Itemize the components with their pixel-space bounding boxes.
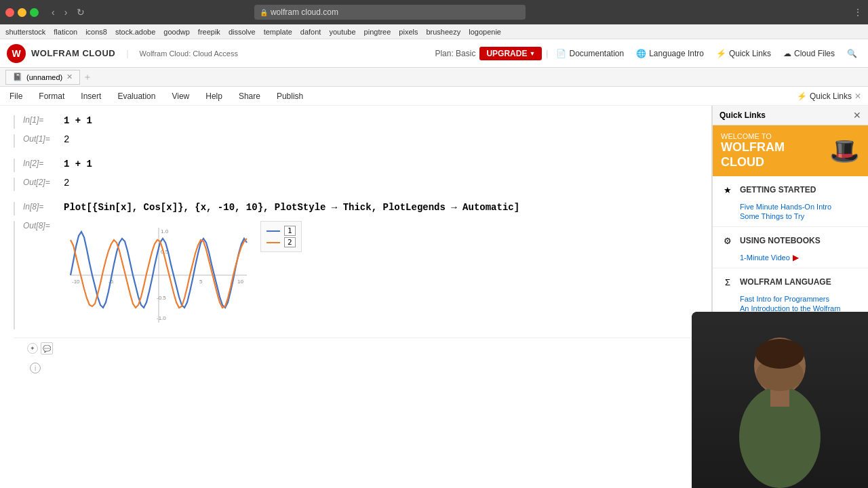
doc-icon: 📄 xyxy=(556,49,566,58)
bookmark-pixels[interactable]: pixels xyxy=(399,28,418,36)
quick-links-panel-button[interactable]: ⚡ Quick Links ✕ xyxy=(797,92,861,101)
notebook-tab[interactable]: 📓 (unnamed) ✕ xyxy=(5,70,80,85)
bookmark-pingtree[interactable]: pingtree xyxy=(364,28,391,36)
menu-publish[interactable]: Publish xyxy=(274,89,306,104)
fast-intro-link[interactable]: Fast Intro for Programmers xyxy=(740,294,861,304)
upgrade-button[interactable]: UPGRADE xyxy=(479,47,542,60)
wolfram-logo-area: W WOLFRAM CLOUD xyxy=(7,44,115,63)
getting-started-header: ★ GETTING STARTED xyxy=(719,182,861,198)
in-content-2[interactable]: 1 + 1 xyxy=(64,159,698,169)
menu-file[interactable]: File xyxy=(7,89,25,104)
language-icon: 🌐 xyxy=(636,49,646,58)
bookmark-dissolve[interactable]: dissolve xyxy=(229,28,256,36)
back-button[interactable]: ‹ xyxy=(48,5,58,19)
play-icon: ▶ xyxy=(793,253,799,262)
one-minute-video-link[interactable]: 1-Minute Video xyxy=(740,253,790,262)
wolfram-language-header: Σ WOLFRAM LANGUAGE xyxy=(719,274,861,290)
cell-bracket-out-8 xyxy=(14,221,16,329)
in-content-8[interactable]: Plot[{Sin[x], Cos[x]}, {x, -10, 10}, Plo… xyxy=(64,202,698,213)
tab-close-icon[interactable]: ✕ xyxy=(66,73,73,81)
browser-navigation: ‹ › ↻ xyxy=(48,5,88,19)
browser-actions: ⋮ xyxy=(853,7,863,18)
out-label-8: Out[8]= xyxy=(23,221,64,230)
bookmark-freepik[interactable]: freepik xyxy=(198,28,220,36)
plan-badge: Plan: Basic UPGRADE | 📄 Documentation 🌐 … xyxy=(435,46,861,61)
bookmark-shutterstock[interactable]: shutterstock xyxy=(5,28,45,36)
toolbar-divider-1: | xyxy=(126,48,128,58)
presenter-bg xyxy=(692,312,868,488)
cell-group-1: In[1]= 1 + 1 Out[1]= 2 xyxy=(14,113,698,150)
refresh-button[interactable]: ↻ xyxy=(73,5,88,19)
close-quick-links-button[interactable]: ✕ xyxy=(853,110,861,121)
quick-links-panel-label: Quick Links xyxy=(810,92,852,101)
out-content-2: 2 xyxy=(64,178,698,188)
plot-wrap: -10 -5 5 10 1.0 0.5 -0.5 -1.0 xyxy=(64,221,698,329)
cloud-access-label: Wolfram Cloud: Cloud Access xyxy=(140,49,238,58)
input-cell-area: i xyxy=(14,359,698,386)
browser-menu-button[interactable]: ⋮ xyxy=(853,7,863,18)
bookmark-stock-adobe[interactable]: stock.adobe xyxy=(115,28,155,36)
in-label-8: In[8]= xyxy=(23,202,64,211)
quick-links-toolbar-button[interactable]: ⚡ Quick Links xyxy=(712,46,775,61)
bookmark-icons8[interactable]: icons8 xyxy=(85,28,107,36)
menu-insert[interactable]: Insert xyxy=(78,89,104,104)
presenter-video xyxy=(692,312,868,488)
search-icon: 🔍 xyxy=(847,49,857,58)
welcome-banner: WELCOME TO WOLFRAM CLOUD 🎩 xyxy=(713,125,868,176)
bottom-cell-bar: + 💬 xyxy=(14,338,698,359)
menu-view[interactable]: View xyxy=(169,89,192,104)
bookmark-goodwp[interactable]: goodwp xyxy=(163,28,190,36)
five-minute-intro-link[interactable]: Five Minute Hands-On Intro xyxy=(740,202,861,211)
bookmark-youtube[interactable]: youtube xyxy=(329,28,355,36)
language-intro-label: Language Intro xyxy=(649,49,704,58)
language-intro-button[interactable]: 🌐 Language Intro xyxy=(632,46,708,61)
out-label-1: Out[1]= xyxy=(23,134,64,144)
close-window-button[interactable] xyxy=(5,8,14,17)
cloud-files-button[interactable]: ☁ Cloud Files xyxy=(779,46,839,61)
cell-comment-button[interactable]: 💬 xyxy=(41,342,53,354)
one-minute-video-row: 1-Minute Video ▶ xyxy=(740,253,861,262)
welcome-line1: WELCOME TO xyxy=(721,132,829,140)
cloud-files-label: Cloud Files xyxy=(794,49,835,58)
quick-links-title: Quick Links xyxy=(719,110,766,120)
person-silhouette xyxy=(712,325,848,488)
legend-label-2: 2 xyxy=(284,237,296,247)
wolfram-brand-label: WOLFRAM CLOUD xyxy=(31,48,115,58)
in-content-1[interactable]: 1 + 1 xyxy=(64,115,698,126)
menu-help[interactable]: Help xyxy=(203,89,225,104)
cell-bracket-out-1 xyxy=(14,134,16,148)
wolfram-language-title: WOLFRAM LANGUAGE xyxy=(740,277,831,287)
menu-evaluation[interactable]: Evaluation xyxy=(115,89,158,104)
bookmark-flaticon[interactable]: flaticon xyxy=(54,28,77,36)
plan-label: Plan: Basic xyxy=(435,49,475,58)
notebook-icon: 📓 xyxy=(13,73,22,81)
browser-chrome: ‹ › ↻ 🔒 wolfram cloud.com ⋮ xyxy=(0,0,868,24)
bookmark-brusheezy[interactable]: brusheezy xyxy=(426,28,460,36)
out-content-1: 2 xyxy=(64,134,698,145)
svg-text:-1.0: -1.0 xyxy=(157,315,166,321)
legend-line-sin xyxy=(267,230,280,232)
cell-group-2: In[2]= 1 + 1 Out[2]= 2 xyxy=(14,156,698,194)
search-button[interactable]: 🔍 xyxy=(843,46,861,61)
welcome-text: WELCOME TO WOLFRAM CLOUD xyxy=(721,132,829,169)
wolfram-language-icon: Σ xyxy=(719,274,736,290)
forward-button[interactable]: › xyxy=(61,5,71,19)
menu-share[interactable]: Share xyxy=(236,89,263,104)
out-label-2: Out[2]= xyxy=(23,178,64,187)
quick-links-icon: ⚡ xyxy=(716,49,726,58)
cell-out-1: Out[1]= 2 xyxy=(14,131,698,150)
bookmark-logopenie[interactable]: logopenie xyxy=(469,28,501,36)
maximize-window-button[interactable] xyxy=(30,8,39,17)
cell-group-8: In[8]= Plot[{Sin[x], Cos[x]}, {x, -10, 1… xyxy=(14,199,698,332)
cell-plus-button[interactable]: + xyxy=(27,343,38,354)
legend-label-1: 1 xyxy=(284,226,296,236)
minimize-window-button[interactable] xyxy=(18,8,26,17)
bookmark-template[interactable]: template xyxy=(264,28,292,36)
new-tab-button[interactable]: ＋ xyxy=(83,71,92,83)
menu-format[interactable]: Format xyxy=(36,89,67,104)
some-things-link[interactable]: Some Things to Try xyxy=(740,211,861,221)
address-bar[interactable]: 🔒 wolfram cloud.com xyxy=(254,5,526,20)
getting-started-title: GETTING STARTED xyxy=(740,185,816,195)
documentation-button[interactable]: 📄 Documentation xyxy=(552,46,628,61)
bookmark-dafont[interactable]: dafont xyxy=(300,28,321,36)
